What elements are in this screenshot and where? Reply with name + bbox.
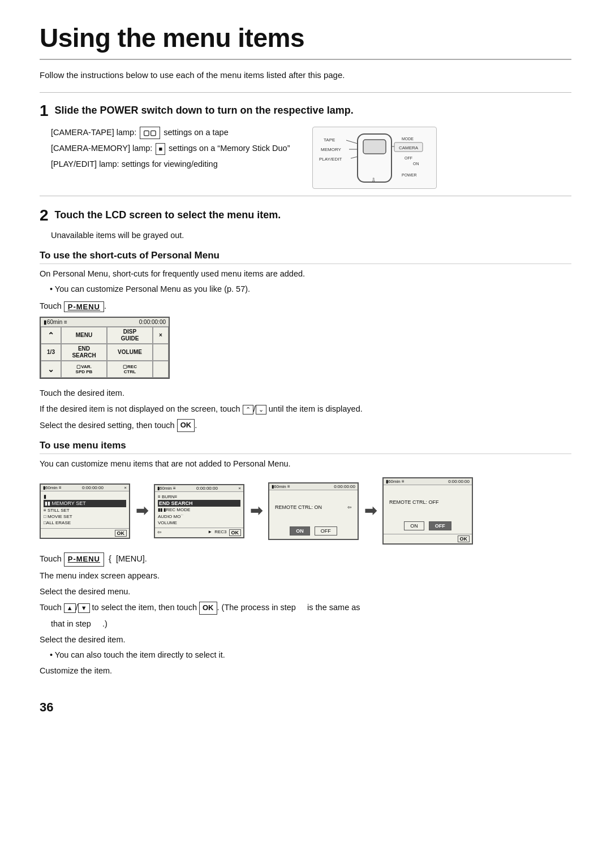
svg-line-3 xyxy=(346,140,358,144)
seq2-close: × xyxy=(238,486,241,491)
arrow2: ➡ xyxy=(250,502,263,520)
seq2-item4: VOLUME xyxy=(158,520,240,526)
seq1-ok: OK xyxy=(115,530,127,537)
svg-text:ON: ON xyxy=(413,162,419,166)
shortcut-bullet: You can customize Personal Menu as you l… xyxy=(50,283,571,296)
tape-icon: ▢▢ xyxy=(140,127,160,139)
seq2-item0: ≡ BURN≡ xyxy=(158,494,240,500)
page-number: 36 xyxy=(40,700,571,715)
svg-text:⇩: ⇩ xyxy=(371,177,376,183)
customize-text: Customize the item. xyxy=(40,664,571,677)
page-title: Using the menu items xyxy=(40,23,571,60)
seq2-item2: ▮▮ ▮REC MODE xyxy=(158,507,240,513)
svg-line-7 xyxy=(351,157,358,158)
screen-sequence: ▮60min ≡ 0:00:00:00 × ▮ ▮▮ MEMORY SET ≡ … xyxy=(40,477,571,545)
lcd-time-right: 0:00:00:00 xyxy=(139,319,166,325)
lamp-line-2: [CAMERA-MEMORY] lamp: ■ settings on a “M… xyxy=(51,142,290,155)
lcd-empty2 xyxy=(153,361,169,378)
up-arrow-box2: ▲ xyxy=(64,603,76,612)
lcd-time-left: ▮60min ≡ xyxy=(44,319,67,325)
seq1-time-left: ▮60min ≡ xyxy=(43,485,62,490)
seq2-body: ≡ BURN≡ END SEARCH ▮▮ ▮REC MODE AUDIO MO… xyxy=(155,492,243,528)
lcd-page: 1/3 xyxy=(41,344,61,361)
touch-pmenu2-line: Touch P-MENU { [MENU]. xyxy=(40,552,571,567)
seq1-item5: □ALL ERASE xyxy=(44,520,126,526)
lcd-top-bar: ▮60min ≡ 0:00:00:00 xyxy=(41,318,169,327)
lcd-end-search: ENDSEARCH xyxy=(61,344,107,361)
seq-screen-4: ▮60min ≡ 0:00:00:00 REMOTE CTRL: OFF ON … xyxy=(382,477,473,545)
lcd-menu: MENU xyxy=(61,327,107,344)
shortcut-heading: To use the short-cuts of Personal Menu xyxy=(40,250,571,264)
seq1-item3: ≡ STILL SET xyxy=(44,507,126,513)
down-arrow-box: ⌄ xyxy=(256,405,266,414)
seq3-off: OFF xyxy=(315,526,337,536)
seq1-top: ▮60min ≡ 0:00:00:00 × xyxy=(41,485,129,491)
seq1-body: ▮ ▮▮ MEMORY SET ≡ STILL SET □ MOVIE SET … xyxy=(41,491,129,528)
lamp-text: [CAMERA-TAPE] lamp: ▢▢ settings on a tap… xyxy=(51,127,290,174)
ok-box2: OK xyxy=(199,602,217,615)
seq4-label: REMOTE CTRL: OFF xyxy=(389,499,439,505)
lcd-screen: ▮60min ≡ 0:00:00:00 ⌃ MENU DISPGUIDE × 1… xyxy=(40,317,170,379)
touch-pmenu-line: Touch P-MENU. xyxy=(40,301,571,312)
seq2-forward: ► xyxy=(208,529,212,536)
seq2-back: ⇦ xyxy=(157,529,162,536)
seq-screen-1: ▮60min ≡ 0:00:00:00 × ▮ ▮▮ MEMORY SET ≡ … xyxy=(40,483,130,539)
touch-ok-line: Touch ▲/▼ to select the item, then touch… xyxy=(40,601,571,615)
svg-text:MODE: MODE xyxy=(402,137,414,141)
seq2-time-right: 0:00:00:00 xyxy=(196,486,218,491)
lcd-disp-guide: DISPGUIDE xyxy=(107,327,153,344)
svg-text:TAPE: TAPE xyxy=(324,137,335,142)
down-arrow-box2: ▼ xyxy=(78,603,90,612)
menu-items-heading: To use menu items xyxy=(40,440,571,454)
intro-text: Follow the instructions below to use eac… xyxy=(40,70,571,80)
seq1-item2: ▮▮ MEMORY SET xyxy=(44,500,126,507)
step1-heading: Slide the POWER switch down to turn on t… xyxy=(55,105,354,116)
lcd-up-arrow: ⌃ xyxy=(41,327,61,344)
select-setting-line: Select the desired setting, then touch O… xyxy=(40,419,571,433)
svg-text:PLAY/EDIT: PLAY/EDIT xyxy=(319,157,342,162)
seq2-top: ▮60min ≡ 0:00:00:00 × xyxy=(155,485,243,492)
seq3-on: ON xyxy=(290,526,310,536)
power-switch-svg: TAPE MEMORY PLAY/EDIT CAMERA MODE OFF ON… xyxy=(318,131,431,185)
seq3-time-left: ▮60min ≡ xyxy=(272,484,290,489)
pmenu-box2: P-MENU xyxy=(64,552,104,567)
seq1-item4: □ MOVIE SET xyxy=(44,513,126,520)
lcd-close: × xyxy=(153,327,169,344)
step2-number: 2 xyxy=(40,206,49,224)
power-diagram: TAPE MEMORY PLAY/EDIT CAMERA MODE OFF ON… xyxy=(312,127,437,189)
seq4-time-left: ▮60min ≡ xyxy=(386,479,405,484)
seq4-top: ▮60min ≡ 0:00:00:00 xyxy=(384,478,472,485)
up-arrow-box: ⌃ xyxy=(243,405,253,414)
step2-section: 2 Touch the LCD screen to select the men… xyxy=(40,206,571,677)
seq-screen-2: ▮60min ≡ 0:00:00:00 × ≡ BURN≡ END SEARCH… xyxy=(154,484,244,538)
memory-icon: ■ xyxy=(156,143,165,155)
menu-index-text: The menu index screen appears. xyxy=(40,569,571,582)
seq-screen-3: ▮60min ≡ 0:00:00:00 REMOTE CTRL: ON ⇦ ON… xyxy=(268,482,359,540)
seq4-ok: OK xyxy=(458,536,470,542)
lcd-down-arrow: ⌄ xyxy=(41,361,61,378)
lcd-rec-ctrl: ▢RECCTRL xyxy=(107,361,153,378)
seq2-footer: ⇦ ► REC3 OK xyxy=(155,528,243,537)
svg-text:OFF: OFF xyxy=(405,156,412,160)
svg-text:POWER: POWER xyxy=(402,173,416,177)
step1-number: 1 xyxy=(40,102,49,119)
lcd-grid: ⌃ MENU DISPGUIDE × 1/3 ENDSEARCH VOLUME … xyxy=(41,327,169,378)
pmenu-box: P-MENU xyxy=(64,301,104,312)
seq3-time-right: 0:00:00:00 xyxy=(334,484,355,489)
seq1-footer: OK xyxy=(41,528,129,538)
step1-section: 1 Slide the POWER switch down to turn on… xyxy=(40,102,571,189)
ok-box: OK xyxy=(177,419,195,432)
svg-text:CAMERA: CAMERA xyxy=(399,145,419,150)
not-displayed-line: If the desired item is not displayed on … xyxy=(40,403,571,416)
select-menu-text: Select the desired menu. xyxy=(40,585,571,598)
arrow1: ➡ xyxy=(136,502,148,520)
seq1-close: × xyxy=(124,485,127,490)
seq1-item1: ▮ xyxy=(44,493,126,500)
seq3-top: ▮60min ≡ 0:00:00:00 xyxy=(269,483,358,490)
seq2-item3: AUDIO MO˙˙ xyxy=(158,513,240,520)
seq3-label: REMOTE CTRL: ON xyxy=(275,504,322,510)
seq4-time-right: 0:00:00:00 xyxy=(448,479,470,484)
touch-directly-bullet: You can also touch the item directly to … xyxy=(50,649,571,662)
seq2-rec3: REC3 xyxy=(214,529,226,536)
seq4-body: REMOTE CTRL: OFF xyxy=(384,485,472,519)
